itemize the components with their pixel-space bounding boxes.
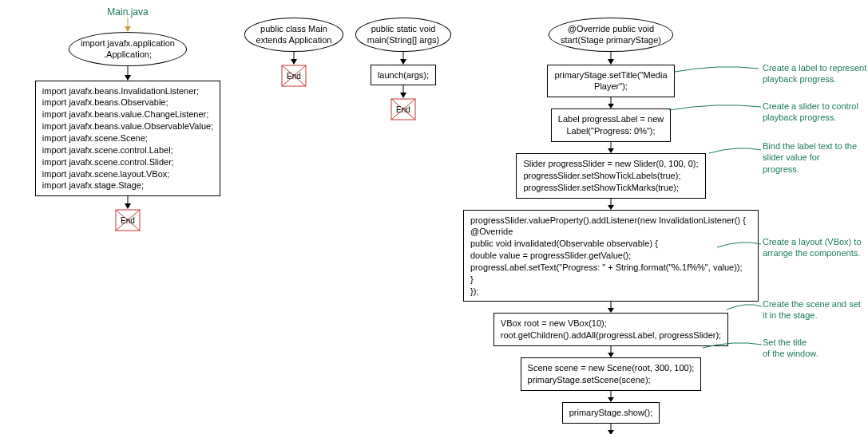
end-node: End [115,209,141,231]
svg-marker-19 [400,93,406,98]
box-scene: Scene scene = new Scene(root, 300, 100);… [521,357,702,391]
svg-marker-29 [608,148,614,153]
ellipse-import-app: import javafx.application .Application; [69,32,187,66]
annotation-connector [727,302,765,318]
arrow-down-icon [606,52,616,65]
svg-marker-27 [608,104,614,108]
arrow-down-icon [606,302,616,313]
filename-label: Main.java [107,6,148,18]
arrow-down-icon [123,196,133,209]
box-vbox: VBox root = new VBox(10); root.getChildr… [493,313,728,346]
svg-text:End: End [396,105,410,114]
box-listener: progressSlider.valueProperty().addListen… [463,210,759,302]
flow-col-class: public class Main extends Application En… [238,18,350,87]
annotation-label-6: Set the title of the window. [763,337,818,360]
ellipse-main-method: public static void main(String[] args) [355,18,451,52]
flow-col-main: public static void main(String[] args) l… [351,18,455,120]
svg-marker-35 [608,353,614,357]
svg-marker-25 [608,59,614,65]
flow-col-start: @Override public void start(Stage primar… [459,18,763,434]
arrow-down-icon [398,52,408,65]
end-node: End [390,98,416,120]
arrow-down-icon [606,199,616,210]
annotation-label-3: Bind the label text to the slider value … [763,140,857,175]
arrow-down-icon [606,424,616,434]
annotation-label-4: Create a layout (VBox) to arrange the co… [763,236,862,259]
annotation-connector [669,102,765,118]
arrow-down-icon [606,142,616,153]
svg-marker-3 [125,75,131,81]
svg-marker-37 [608,397,614,402]
box-slider: Slider progressSlider = new Slider(0, 10… [516,153,705,199]
box-launch: launch(args); [371,65,436,86]
box-imports-list: import javafx.beans.InvalidationListener… [35,81,220,197]
arrow-down-icon [123,18,133,32]
annotation-connector [675,64,763,80]
arrow-down-icon [606,346,616,357]
annotation-label-5: Create the scene and set it in the stage… [763,298,861,322]
arrow-down-icon [123,66,133,81]
svg-marker-11 [291,59,297,65]
ellipse-start-method: @Override public void start(Stage primar… [549,18,673,52]
ellipse-class-main: public class Main extends Application [244,18,344,52]
box-settitle: primaryStage.setTitle("Media Player"); [547,65,674,98]
svg-marker-17 [400,59,406,65]
box-label: Label progressLabel = new Label("Progres… [551,108,671,142]
flow-col-imports: Main.java import javafx.application .App… [24,6,232,231]
box-show: primaryStage.show(); [562,402,660,424]
arrow-down-icon [289,52,299,65]
annotation-label-1: Create a label to represent playback pro… [763,62,866,85]
arrow-down-icon [606,391,616,402]
svg-marker-1 [125,26,131,32]
svg-marker-39 [608,430,614,434]
end-node: End [281,65,307,87]
arrow-down-icon [606,97,616,108]
arrow-down-icon [398,85,408,98]
svg-text:End: End [121,216,135,225]
svg-marker-5 [125,203,131,209]
annotation-connector [717,239,765,255]
svg-marker-31 [608,205,614,210]
annotation-connector [709,145,765,161]
annotation-label-2: Create a slider to control playback prog… [763,101,858,124]
svg-marker-33 [608,308,614,313]
annotation-connector [703,340,765,356]
svg-text:End: End [287,72,301,81]
